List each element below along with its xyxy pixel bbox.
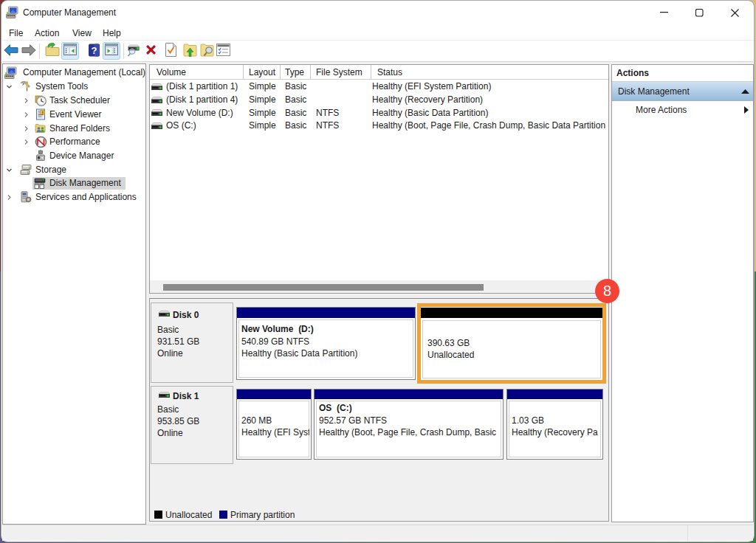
svg-text:?: ? [92, 45, 97, 56]
